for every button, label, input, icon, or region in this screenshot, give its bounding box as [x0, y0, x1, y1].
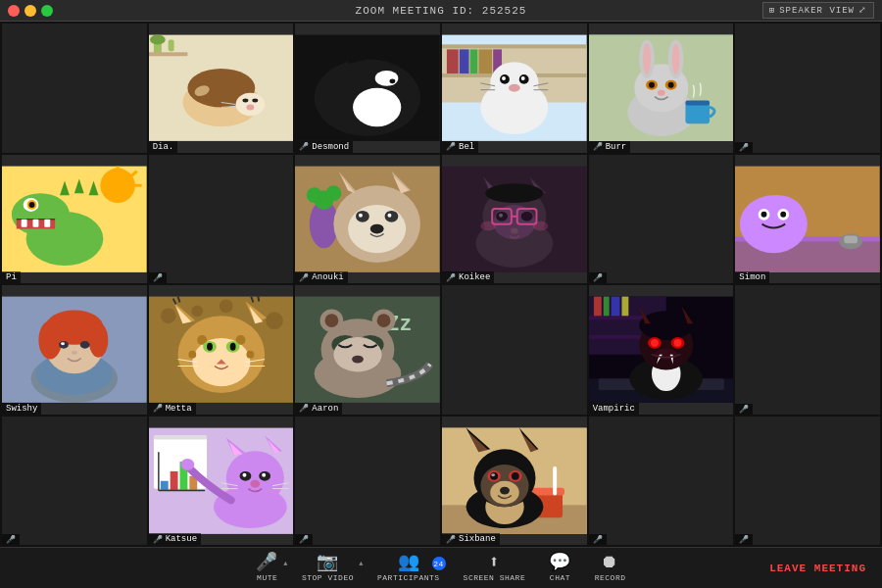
svg-point-86 — [388, 213, 392, 217]
svg-point-145 — [188, 351, 196, 359]
participant-label-aaron: 🎤 Aaron — [295, 403, 342, 415]
svg-point-161 — [325, 314, 339, 327]
video-cell-katsue[interactable]: 🎤 Katsue — [149, 416, 294, 546]
video-cell-anouki[interactable]: 🎤 Anouki — [295, 155, 440, 284]
video-grid: Dia. 🎤 Desmond — [0, 22, 882, 547]
svg-point-85 — [359, 213, 363, 217]
mute-button[interactable]: 🎤 MUTE ▲ — [244, 554, 290, 582]
svg-point-102 — [499, 213, 503, 217]
video-cell-empty1[interactable] — [2, 24, 147, 153]
avatar-swishy — [2, 285, 147, 415]
mic-icon-aaron: 🎤 — [299, 404, 309, 413]
svg-rect-55 — [685, 101, 710, 106]
svg-point-131 — [220, 300, 233, 314]
video-cell-dia[interactable]: Dia. — [149, 24, 294, 153]
speaker-view-icon: ⊞ — [769, 5, 775, 16]
screen-share-button[interactable]: ⬆ SCREEN SHARE — [452, 554, 538, 582]
video-cell-empty4[interactable]: 🎤 — [589, 155, 734, 284]
svg-point-11 — [246, 104, 254, 110]
svg-point-84 — [385, 210, 399, 221]
video-cell-empty6[interactable]: 🎤 — [735, 285, 880, 415]
video-cell-simon[interactable]: Simon — [735, 155, 880, 284]
record-button[interactable]: ⏺ RECORD — [583, 554, 638, 582]
mic-icon-sixbane: 🎤 — [446, 535, 456, 544]
svg-rect-116 — [845, 235, 858, 243]
mic-icon-empty2: 🎤 — [739, 143, 749, 152]
participant-label-simon: Simon — [735, 271, 769, 283]
mic-icon-empty10: 🎤 — [739, 535, 749, 544]
svg-point-126 — [61, 342, 65, 345]
participant-name-anouki: Anouki — [312, 272, 343, 282]
participant-name-bel: Bel — [459, 142, 474, 152]
video-cell-bel[interactable]: 🎤 Bel — [442, 24, 587, 153]
avatar-desmond — [295, 24, 440, 153]
avatar-sixbane — [442, 416, 587, 546]
mute-arrow[interactable]: ▲ — [283, 560, 288, 567]
svg-point-110 — [752, 195, 806, 243]
video-cell-burr[interactable]: 🎤 Burr — [589, 24, 734, 153]
svg-point-211 — [242, 472, 246, 476]
svg-point-103 — [480, 220, 496, 230]
participant-label-bel: 🎤 Bel — [442, 141, 478, 153]
svg-rect-27 — [470, 49, 478, 74]
mic-icon-empty7: 🎤 — [6, 535, 16, 544]
video-cell-desmond[interactable]: 🎤 Desmond — [295, 24, 440, 153]
svg-rect-175 — [621, 297, 628, 317]
video-arrow[interactable]: ▲ — [359, 560, 364, 567]
chat-button[interactable]: 💬 CHAT — [537, 554, 583, 582]
avatar-katsue — [149, 416, 294, 546]
video-cell-empty9[interactable]: 🎤 — [589, 416, 734, 546]
video-cell-empty7[interactable]: 🎤 — [2, 416, 147, 546]
leave-meeting-button[interactable]: LEAVE MEETING — [769, 563, 866, 574]
minimize-button[interactable] — [24, 5, 36, 17]
speaker-view-button[interactable]: ⊞ SPEAKER VIEW ⤢ — [762, 2, 874, 19]
participant-label-empty9: 🎤 — [589, 534, 607, 545]
svg-point-2 — [150, 35, 166, 45]
video-cell-empty5[interactable] — [442, 285, 587, 415]
svg-rect-3 — [168, 40, 173, 52]
svg-rect-223 — [553, 466, 557, 495]
participants-label: PARTICIPANTS — [377, 573, 440, 582]
video-cell-metta[interactable]: 🎤 Metta — [149, 285, 294, 415]
mic-icon-empty4: 🎤 — [593, 273, 603, 282]
avatar-bel — [442, 24, 587, 153]
maximize-button[interactable] — [41, 5, 53, 17]
avatar-pi — [2, 155, 147, 284]
avatar-dia — [149, 24, 294, 153]
svg-point-237 — [491, 473, 495, 476]
avatar-anouki — [295, 155, 440, 284]
participant-label-empty8: 🎤 — [295, 534, 313, 545]
record-icon: ⏺ — [601, 554, 619, 571]
video-cell-pi[interactable]: Pi — [2, 155, 147, 284]
close-button[interactable] — [8, 5, 20, 17]
mic-icon-anouki: 🎤 — [299, 273, 309, 282]
svg-point-212 — [262, 472, 266, 476]
svg-point-125 — [80, 341, 90, 349]
svg-point-204 — [225, 451, 283, 505]
svg-rect-63 — [22, 219, 27, 226]
video-cell-empty3[interactable]: 🎤 — [149, 155, 294, 284]
video-cell-aaron[interactable]: Zz 🎤 Aaron — [295, 285, 440, 415]
participants-icon: 👥 — [398, 554, 420, 571]
video-cell-sixbane[interactable]: 🎤 Sixbane — [442, 416, 587, 546]
participant-label-katsue: 🎤 Katsue — [149, 533, 201, 545]
svg-point-130 — [191, 305, 203, 317]
participant-label-burr: 🎤 Burr — [589, 141, 631, 153]
participant-label-dia: Dia. — [149, 141, 178, 153]
video-cell-empty10[interactable]: 🎤 — [735, 416, 880, 546]
stop-video-button[interactable]: 📷 STOP VIDEO ▲ — [290, 554, 366, 582]
svg-point-189 — [673, 339, 681, 347]
video-cell-koikee[interactable]: 🎤 Koikee — [442, 155, 587, 284]
avatar-vampiric — [589, 285, 734, 415]
video-cell-empty2[interactable]: 🎤 — [735, 24, 880, 153]
svg-point-51 — [649, 82, 655, 88]
video-cell-vampiric[interactable]: Vampiric — [589, 285, 734, 415]
participants-button[interactable]: 👥 PARTICIPANTS 24 — [366, 554, 452, 582]
toolbar: 🎤 MUTE ▲ 📷 STOP VIDEO ▲ 👥 PARTICIPANTS 2… — [0, 547, 882, 588]
participant-label-sixbane: 🎤 Sixbane — [442, 533, 500, 545]
meeting-title: ZOOM MEETING ID: 252525 — [356, 5, 527, 17]
video-cell-swishy[interactable]: Swishy — [2, 285, 147, 415]
svg-point-10 — [252, 99, 258, 103]
svg-rect-173 — [603, 297, 609, 317]
video-cell-empty8[interactable]: 🎤 — [295, 416, 440, 546]
